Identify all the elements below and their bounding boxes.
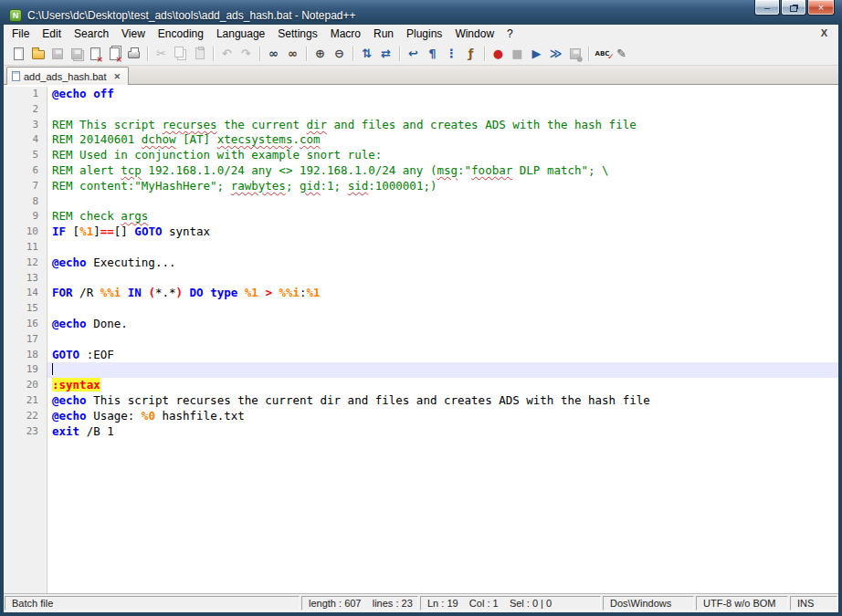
code-line[interactable] — [47, 362, 838, 378]
editor-line-2[interactable]: 2 — [4, 102, 838, 118]
menu-run[interactable]: Run — [367, 26, 400, 42]
code-line[interactable] — [47, 301, 838, 317]
find-icon[interactable]: ∞ — [264, 44, 283, 63]
code-line[interactable]: REM 20140601 dchow [AT] xtecsystems.com — [47, 132, 838, 148]
editor-line-11[interactable]: 11 — [4, 240, 838, 256]
zoom-in-icon[interactable]: ⊕ — [310, 44, 330, 63]
line-number[interactable]: 16 — [4, 317, 47, 332]
menu-language[interactable]: Language — [210, 26, 271, 42]
spell-check-settings-icon[interactable]: ✎ — [612, 44, 631, 63]
run-macro-multiple-icon[interactable]: ≫ — [546, 44, 565, 63]
code-line[interactable]: REM This script recurses the current dir… — [47, 118, 838, 133]
editor-line-3[interactable]: 3REM This script recurses the current di… — [4, 118, 838, 133]
editor-line-23[interactable]: 23exit /B 1 — [4, 424, 838, 440]
sync-vertical-scroll-icon[interactable]: ⇅ — [357, 44, 376, 63]
replace-icon[interactable]: ∞ — [283, 44, 302, 63]
line-number[interactable]: 11 — [4, 240, 47, 256]
editor-line-5[interactable]: 5REM Used in conjunction with example sn… — [4, 148, 838, 163]
editor-line-1[interactable]: 1@echo off — [4, 87, 838, 102]
code-line[interactable] — [47, 271, 838, 287]
editor-line-13[interactable]: 13 — [4, 271, 838, 287]
line-number[interactable]: 14 — [4, 286, 47, 301]
menu-window[interactable]: Window — [448, 26, 500, 42]
line-number[interactable]: 12 — [4, 256, 47, 271]
line-number[interactable]: 17 — [4, 332, 47, 348]
menu-search[interactable]: Search — [68, 26, 115, 42]
code-line[interactable] — [47, 102, 838, 118]
code-line[interactable]: GOTO :EOF — [47, 348, 838, 363]
menu-settings[interactable]: Settings — [271, 26, 323, 42]
code-line[interactable]: @echo Usage: %0 hashfile.txt — [47, 409, 838, 424]
editor-line-14[interactable]: 14FOR /R %%i IN (*.*) DO type %1 > %%i:%… — [4, 286, 838, 301]
line-number[interactable]: 1 — [4, 87, 47, 102]
editor-line-8[interactable]: 8 — [4, 194, 838, 210]
restore-button[interactable] — [781, 0, 806, 16]
line-number[interactable]: 20 — [4, 378, 47, 393]
close-button[interactable]: × — [807, 0, 835, 16]
editor-line-7[interactable]: 7REM content:"MyHashHere"; rawbytes; gid… — [4, 179, 838, 194]
sync-horizontal-scroll-icon[interactable]: ⇄ — [376, 44, 395, 63]
code-line[interactable]: IF [%1]==[] GOTO syntax — [47, 224, 838, 240]
menu-edit[interactable]: Edit — [36, 26, 68, 42]
show-indent-guide-icon[interactable]: ⋮ — [442, 44, 461, 63]
notepad-plus-plus-icon[interactable]: N — [9, 9, 22, 22]
editor-line-20[interactable]: 20:syntax — [4, 378, 838, 393]
show-all-characters-icon[interactable]: ¶ — [423, 44, 442, 63]
line-number[interactable]: 5 — [4, 148, 47, 163]
editor-blank-space[interactable] — [47, 439, 838, 593]
titlebar[interactable]: N C:\Users\dc\Desktop\test_ads\tools\add… — [0, 0, 842, 25]
line-number[interactable]: 19 — [4, 362, 47, 378]
line-number[interactable]: 22 — [4, 409, 47, 424]
code-line[interactable]: exit /B 1 — [47, 424, 838, 440]
tab-close-icon[interactable]: ✕ — [112, 71, 123, 82]
editor-line-10[interactable]: 10IF [%1]==[] GOTO syntax — [4, 224, 838, 240]
menu-encoding[interactable]: Encoding — [152, 26, 210, 42]
code-line[interactable]: @echo This script recurses the current d… — [47, 393, 838, 409]
code-line[interactable]: @echo off — [47, 87, 838, 102]
line-number[interactable]: 3 — [4, 118, 47, 133]
close-file-icon[interactable] — [86, 44, 105, 63]
menu-help[interactable]: ? — [500, 26, 520, 42]
line-number[interactable]: 8 — [4, 194, 47, 210]
code-line[interactable] — [47, 240, 838, 256]
editor-empty-area[interactable] — [4, 439, 838, 593]
line-number[interactable]: 15 — [4, 301, 47, 317]
editor[interactable]: 1@echo off23REM This script recurses the… — [4, 85, 838, 593]
editor-line-22[interactable]: 22@echo Usage: %0 hashfile.txt — [4, 409, 838, 424]
editor-line-4[interactable]: 4REM 20140601 dchow [AT] xtecsystems.com — [4, 132, 838, 148]
menu-view[interactable]: View — [115, 26, 152, 42]
line-number[interactable]: 13 — [4, 271, 47, 287]
code-line[interactable]: REM content:"MyHashHere"; rawbytes; gid:… — [47, 179, 838, 194]
minimize-button[interactable]: – — [754, 0, 780, 16]
menu-macro[interactable]: Macro — [324, 26, 367, 42]
code-line[interactable]: @echo Executing... — [47, 256, 838, 271]
editor-line-19[interactable]: 19 — [4, 362, 838, 378]
zoom-out-icon[interactable]: ⊖ — [330, 44, 349, 63]
line-number[interactable]: 6 — [4, 163, 47, 179]
new-file-icon[interactable] — [9, 44, 28, 63]
tab-add-ads-hash-bat[interactable]: add_ads_hash.bat ✕ — [6, 67, 129, 85]
code-line[interactable]: REM alert tcp 192.168.1.0/24 any <> 192.… — [47, 163, 838, 179]
status-typing-mode[interactable]: INS — [790, 596, 837, 611]
open-file-icon[interactable] — [28, 44, 47, 63]
code-line[interactable]: REM Used in conjunction with example sno… — [47, 148, 838, 163]
word-wrap-icon[interactable]: ↩ — [404, 44, 423, 63]
editor-line-17[interactable]: 17 — [4, 332, 838, 348]
line-number[interactable]: 23 — [4, 424, 47, 440]
code-line[interactable]: :syntax — [47, 378, 838, 393]
spell-check-icon[interactable]: ABC — [593, 44, 612, 63]
line-number[interactable]: 4 — [4, 132, 47, 148]
line-number[interactable]: 2 — [4, 102, 47, 118]
code-line[interactable]: @echo Done. — [47, 317, 838, 332]
editor-line-18[interactable]: 18GOTO :EOF — [4, 348, 838, 363]
editor-line-21[interactable]: 21@echo This script recurses the current… — [4, 393, 838, 409]
editor-line-9[interactable]: 9REM check args — [4, 209, 838, 224]
code-line[interactable]: REM check args — [47, 209, 838, 224]
line-number[interactable]: 9 — [4, 209, 47, 224]
editor-line-6[interactable]: 6REM alert tcp 192.168.1.0/24 any <> 192… — [4, 163, 838, 179]
menu-file[interactable]: File — [5, 26, 36, 42]
line-number[interactable]: 7 — [4, 179, 47, 194]
editor-line-15[interactable]: 15 — [4, 301, 838, 317]
line-number[interactable]: 10 — [4, 224, 47, 240]
function-list-icon[interactable]: ƒ — [461, 44, 480, 63]
